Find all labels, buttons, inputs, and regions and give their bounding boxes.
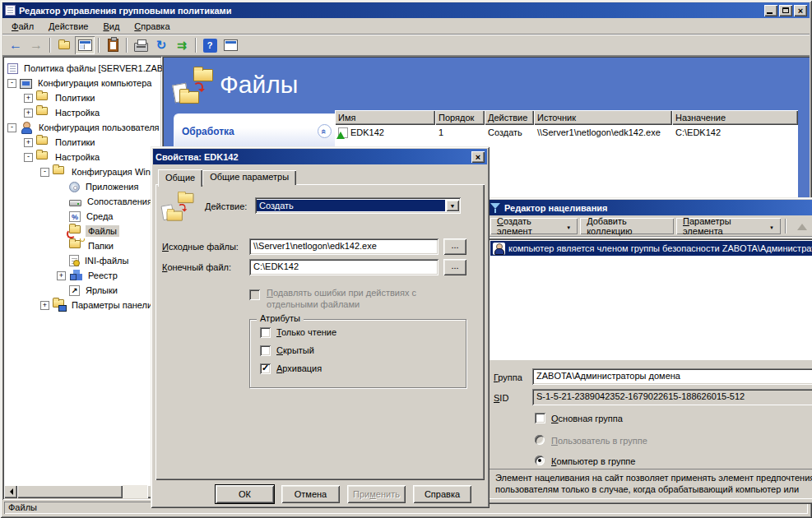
print-icon[interactable] (131, 36, 151, 54)
main-titlebar: Редактор управления групповыми политикам… (2, 2, 810, 18)
column-header-name[interactable]: Имя (335, 110, 435, 125)
source-input[interactable]: \\Server1\netlogon\edk142.exe (249, 238, 438, 255)
collapse-toggle[interactable] (40, 168, 49, 177)
column-header-action[interactable]: Действие (485, 110, 534, 125)
hidden-label: Скрытый (276, 345, 314, 355)
tree-item-environment[interactable]: Среда (2, 209, 162, 224)
dropdown-arrow-icon[interactable] (446, 200, 459, 211)
menu-action[interactable]: Действие (41, 19, 95, 34)
up-one-level-icon[interactable] (54, 36, 74, 54)
toolbar-separator (49, 38, 51, 53)
sid-readonly-field: S-1-5-21-2389042352-1679022615-188626015… (532, 389, 812, 405)
folder-icon (36, 151, 48, 160)
files-action-icon (162, 193, 195, 221)
dialog-titlebar: Свойства: EDK142 × (153, 149, 487, 164)
menu-help[interactable]: Справка (127, 19, 177, 34)
tree-item-root[interactable]: Политика файлы [SERVER1.ZABOTA (2, 61, 162, 76)
dialog-title: Свойства: EDK142 (155, 152, 239, 162)
dialog-close-button[interactable]: × (471, 151, 485, 163)
menu-bar: Файл Действие Вид Справка (2, 18, 810, 35)
close-button[interactable]: × (794, 5, 807, 16)
expand-toggle[interactable] (24, 138, 33, 147)
shortcut-icon (69, 285, 80, 296)
refresh-icon[interactable]: ↻ (151, 36, 171, 54)
show-console-tree-icon[interactable] (75, 36, 95, 54)
tree-item-policies-computer[interactable]: Политики (2, 90, 162, 105)
menu-file[interactable]: Файл (4, 19, 41, 34)
add-collection-button[interactable]: Добавить коллекцию (580, 218, 674, 234)
export-list-icon[interactable]: ⇉ (172, 36, 192, 54)
hidden-checkbox[interactable] (260, 345, 271, 356)
tree-item-registry[interactable]: Реестр (2, 268, 162, 283)
action-value: Создать (257, 200, 445, 211)
expand-toggle[interactable] (24, 94, 33, 103)
column-header-destination[interactable]: Назначение (672, 110, 798, 125)
gpo-icon (7, 63, 18, 74)
collapse-toggle[interactable] (7, 79, 16, 88)
browse-source-button[interactable]: ... (443, 238, 466, 255)
back-icon[interactable]: ← (6, 36, 26, 54)
cancel-button[interactable]: Отмена (281, 485, 340, 503)
expand-toggle[interactable] (57, 271, 66, 280)
group-input[interactable]: ZABOTA\Администраторы домена (532, 368, 812, 385)
collapse-toggle[interactable] (24, 153, 33, 162)
expand-toggle[interactable] (40, 301, 49, 310)
tree-item-policies-user[interactable]: Политики (2, 135, 162, 150)
properties-dialog: Свойства: EDK142 × Общие Общие параметры… (151, 146, 490, 508)
scroll-left-icon[interactable] (4, 485, 17, 498)
show-window-icon[interactable] (220, 36, 240, 54)
tab-common[interactable]: Общие параметры (202, 170, 296, 185)
menu-view[interactable]: Вид (95, 19, 127, 34)
readonly-checkbox[interactable] (260, 327, 271, 338)
tree-item-drive-maps[interactable]: Сопоставления (2, 194, 162, 209)
tree-item-control-panel-settings[interactable]: Параметры панели управления (2, 298, 162, 312)
tab-general[interactable]: Общие (158, 169, 202, 187)
tree-item-windows-settings[interactable]: Конфигурация Windows (2, 164, 162, 179)
folder-icon (36, 136, 48, 145)
expand-toggle[interactable] (24, 109, 33, 118)
tree-item-folders[interactable]: Папки (2, 238, 162, 253)
scrollbar-thumb[interactable] (17, 485, 123, 498)
ok-button[interactable]: ОК (216, 485, 274, 503)
tree-item-computer-configuration[interactable]: Конфигурация компьютера (2, 76, 162, 90)
primary-group-checkbox[interactable] (535, 413, 545, 423)
readonly-label: Только чтение (276, 327, 336, 337)
targeting-titlebar: Редактор нацеливания (488, 200, 812, 215)
column-header-order[interactable]: Порядок (435, 110, 485, 125)
new-item-button[interactable]: Создать элемент (490, 218, 578, 234)
targeting-title: Редактор нацеливания (504, 203, 607, 213)
drive-icon (69, 200, 81, 206)
chevron-down-icon (566, 221, 571, 231)
processing-section-header[interactable]: Обработка (174, 113, 340, 148)
tree-item-applications[interactable]: Приложения (2, 179, 162, 194)
help-button[interactable]: Справка (413, 485, 471, 503)
help-icon[interactable]: ? (200, 36, 220, 54)
folder-icon (36, 107, 48, 115)
minimize-button[interactable] (764, 5, 777, 16)
table-row[interactable]: EDK142 1 Создать \\Server1\netlogon\edk1… (335, 125, 798, 140)
tree-item-files[interactable]: Файлы (2, 224, 162, 238)
browse-destination-button[interactable]: ... (443, 259, 466, 275)
tree-item-preferences-computer[interactable]: Настройка (2, 105, 162, 120)
tree-horizontal-scrollbar[interactable] (4, 485, 160, 498)
file-item-icon (338, 127, 348, 138)
item-options-button[interactable]: Параметры элемента (676, 218, 781, 234)
column-header-source[interactable]: Источник (534, 110, 672, 125)
destination-input[interactable]: C:\EDK142 (249, 259, 438, 275)
forward-icon[interactable]: → (26, 36, 46, 54)
tree-item-preferences-user[interactable]: Настройка (2, 150, 162, 164)
targeting-toolbar: Создать элемент Добавить коллекцию Парам… (488, 215, 812, 237)
maximize-button[interactable] (779, 5, 792, 16)
chevron-down-icon (769, 221, 774, 231)
collapse-toggle[interactable] (7, 123, 16, 132)
tree-item-ini-files[interactable]: INI-файлы (2, 253, 162, 268)
computer-in-group-radio[interactable] (535, 456, 545, 465)
chevron-up-icon[interactable] (318, 124, 332, 138)
tree-item-shortcuts[interactable]: Ярлыки (2, 283, 162, 298)
tree-item-user-configuration[interactable]: Конфигурация пользователя (2, 120, 162, 135)
action-dropdown[interactable]: Создать (255, 197, 461, 214)
archive-checkbox[interactable] (260, 363, 271, 374)
scrollbar-track[interactable] (123, 485, 147, 498)
properties-clipboard-icon[interactable] (103, 36, 123, 54)
targeting-list-item[interactable]: компьютер является членом группы безопас… (490, 241, 812, 256)
